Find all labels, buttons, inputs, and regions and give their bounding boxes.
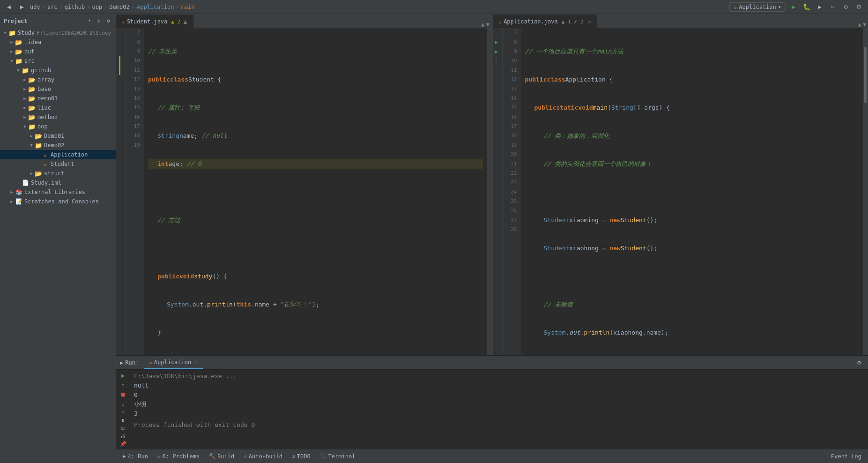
tree-item-demo02[interactable]: ▼ 📁 Demo02 [0,141,116,150]
sidebar-sync-button[interactable]: ↻ [95,17,103,25]
tab-build-bottom[interactable]: 🔨 Build [206,452,237,461]
toolbar-right: ☕ Application ▾ ▶ 🐛 ▶ ⋯ ⚙ ⊡ [729,2,864,12]
right-gutter-9[interactable]: ▶ [493,47,500,56]
right-gutter-24 [493,187,500,197]
tab-application-java[interactable]: ☕ Application.java ▲ 1 ✗ 2 ✕ [493,15,598,28]
scroll-up-button[interactable]: ↑ [118,381,128,388]
left-line-15: public void study() { [148,272,483,281]
tree-item-oop[interactable]: ▼ 📁 oop [0,122,116,131]
right-gutter-8[interactable]: ▶ [493,37,500,47]
layout-button[interactable]: ⊡ [854,2,864,12]
settings-button[interactable]: ⚙ [841,2,851,12]
breadcrumb-study[interactable]: udy [30,4,40,10]
tab-auto-build-bottom[interactable]: △ Auto-build [241,452,285,461]
run-fold-button[interactable]: ⊟ [118,425,128,431]
more-run-options-button[interactable]: ⋯ [828,2,838,12]
folder-icon-github: 📁 [22,67,29,74]
tab-student-label: Student.java [127,18,168,25]
tab-terminal-bottom[interactable]: ⬛ Terminal [317,452,358,461]
breadcrumb-application[interactable]: Application [137,4,174,10]
left-code-content[interactable]: // 学生类 public class Student { // 属性: 字段 … [144,28,487,355]
tree-item-github[interactable]: ▼ 📁 github [0,66,116,75]
tree-item-out[interactable]: ▶ 📂 out [0,47,116,56]
left-editor-content[interactable]: 7 8 9 10 11 12 13 14 15 16 17 18 19 [116,28,491,355]
tree-item-method[interactable]: ▶ 📂 method [0,112,116,122]
tree-label-github: github [31,67,51,74]
tree-item-array[interactable]: ▶ 📂 array [0,75,116,84]
tab-student-java[interactable]: ☕ Student.java ▲ 2 ▲ [116,15,193,28]
run-sort-button[interactable]: ⇅ [118,417,128,423]
tree-item-study-root[interactable]: ▼ 📁 Study F:\Java\IDEA2020.2\Study [0,28,116,37]
right-editor-content[interactable]: ▶ ▶ [493,28,868,355]
tree-item-application[interactable]: ▶ ☕ Application [0,150,116,159]
breadcrumb-oop[interactable]: oop [92,4,102,10]
right-editor-scrollbar[interactable] [863,28,868,355]
sidebar-settings-button[interactable]: ⚙ [104,17,112,25]
folder-icon-src: 📁 [15,57,22,65]
nav-back-button[interactable]: ◀ [4,2,14,12]
sidebar-add-button[interactable]: + [86,17,93,25]
tab-close-left[interactable]: ▲ [183,18,187,25]
tree-label-src: src [24,58,35,64]
breadcrumb-demo02[interactable]: Demo02 [109,4,129,10]
run-with-coverage-button[interactable]: ▶ [815,2,825,12]
build-icon: 🔨 [209,453,215,459]
tree-item-study-iml[interactable]: ▶ 📄 Study.iml [0,178,116,187]
tree-item-src[interactable]: ▼ 📁 src [0,56,116,66]
right-gutter-23 [493,178,500,187]
tab-problems-bottom[interactable]: ⚠ 6: Problems [155,452,202,461]
nav-forward-button[interactable]: ▶ [17,2,27,12]
tree-item-liuc[interactable]: ▶ 📂 liuc [0,103,116,112]
warning-down-right[interactable]: ▼ [863,22,866,28]
stop-button[interactable]: ■ [118,390,128,398]
breadcrumb-src[interactable]: src [47,4,58,10]
right-code-content[interactable]: // 一个项目应该只有一个main方法 public class Applica… [521,28,864,355]
warning-up-right[interactable]: ▲ [858,22,861,28]
terminal-label: Terminal [328,453,356,460]
tab-todo-bottom[interactable]: ☑ TODO [289,452,313,461]
right-gutter-25 [493,197,500,206]
breadcrumb-main[interactable]: main [181,4,195,10]
right-line-14: Student xiaohong = new Student(); [525,244,860,253]
run-again-button[interactable]: ▶ [118,372,128,379]
right-line-17: System.out.println(xiaohong.name); [525,328,860,337]
tab-close-right[interactable]: ✕ [588,18,591,25]
warning-up-arrow[interactable]: ▲ [481,22,484,28]
debug-button[interactable]: 🐛 [801,2,812,12]
bottom-settings-button[interactable]: ⚙ [854,358,864,368]
tree-item-demo01[interactable]: ▶ 📂 demo01 [0,94,116,103]
tree-item-demo01-sub[interactable]: ▶ 📂 Demo01 [0,131,116,141]
right-gutter-27 [493,216,500,225]
problems-icon: ⚠ [157,453,161,459]
tree-arrow-study: ▼ [2,30,8,36]
run-pin-button[interactable]: 📌 [118,441,128,447]
event-log-button[interactable]: Event Log [828,452,864,461]
bottom-tab-application[interactable]: ☕ Application ✕ [144,356,203,369]
tab-run-bottom[interactable]: ▶ 4: Run [120,452,151,461]
run-config-selector[interactable]: ☕ Application ▾ [729,2,786,12]
left-editor-scrollbar[interactable] [487,28,491,355]
tree-arrow-out: ▶ [8,48,15,55]
warning-down-arrow[interactable]: ▼ [486,22,490,28]
run-print-button[interactable]: 🖨 [118,433,128,439]
tree-item-external-libs[interactable]: ▶ 📚 External Libraries [0,187,116,197]
tree-item-idea[interactable]: ▶ 📂 .idea [0,37,116,47]
right-gutter-16 [493,112,500,122]
tree-label-student: Student [51,161,74,167]
tree-item-student[interactable]: ▶ ☕ Student [0,159,116,169]
left-editor-pane: ☕ Student.java ▲ 2 ▲ ▲ ▼ [116,14,491,355]
run-tab-close[interactable]: ✕ [195,359,198,365]
tree-arrow-github: ▼ [15,67,22,74]
tree-item-struct[interactable]: ▶ 📂 struct [0,169,116,178]
run-filter-button[interactable]: ≡ [118,409,128,415]
breadcrumb-github[interactable]: github [65,4,85,10]
scroll-down-button[interactable]: ↓ [118,400,128,407]
right-gutter-21 [493,159,500,169]
left-line-12 [148,187,483,197]
right-scroll-thumb[interactable] [864,47,867,103]
run-button[interactable]: ▶ [788,2,799,12]
tree-item-base[interactable]: ▶ 📂 base [0,84,116,94]
tree-label-demo01: demo01 [37,95,58,102]
tree-item-scratches[interactable]: ▶ 📝 Scratches and Consoles [0,197,116,206]
right-line-11: // 类的实例化会返回一个自己的对象！ [525,159,860,169]
